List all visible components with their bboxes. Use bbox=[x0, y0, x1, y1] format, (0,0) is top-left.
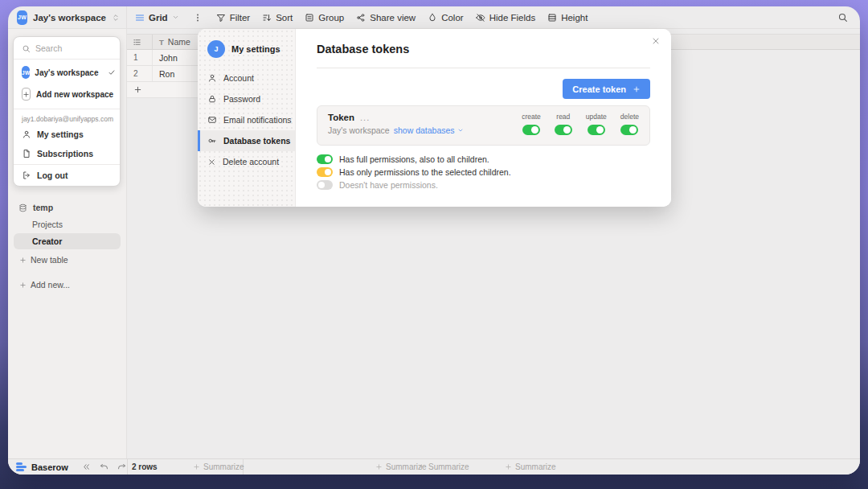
sidebar: JW Jay's workspace Add new workspace jay… bbox=[8, 29, 127, 458]
nav-label: Password bbox=[223, 94, 260, 104]
group-button[interactable]: Group bbox=[305, 13, 344, 23]
color-button[interactable]: Color bbox=[428, 13, 463, 23]
x-icon bbox=[207, 158, 216, 166]
nav-item-password[interactable]: Password bbox=[198, 88, 295, 109]
color-icon bbox=[428, 13, 437, 23]
share-view-button[interactable]: Share view bbox=[356, 13, 416, 23]
legend-text: Has full permissions, also to all childr… bbox=[339, 154, 489, 164]
add-workspace-label: Add new workspace bbox=[36, 90, 113, 99]
plus-icon bbox=[19, 257, 27, 264]
view-toolbar: Grid Filter Sort Group S bbox=[127, 13, 588, 23]
plus-icon bbox=[133, 85, 142, 94]
partial-permissions-toggle-icon bbox=[317, 167, 333, 177]
delete-toggle[interactable] bbox=[620, 125, 638, 135]
read-toggle[interactable] bbox=[555, 125, 572, 135]
view-name: Grid bbox=[149, 13, 168, 23]
divider bbox=[14, 109, 120, 109]
full-permissions-toggle-icon bbox=[317, 154, 333, 164]
nav-item-account[interactable]: Account bbox=[198, 68, 295, 88]
summarize-label: Summarize bbox=[515, 462, 556, 471]
share-icon bbox=[356, 13, 366, 23]
redo-icon[interactable] bbox=[117, 462, 126, 471]
workspace-search-input[interactable] bbox=[35, 43, 103, 53]
lock-icon bbox=[207, 94, 217, 104]
divider bbox=[14, 164, 120, 165]
plus-icon bbox=[375, 463, 383, 471]
workspace-search[interactable] bbox=[14, 38, 120, 60]
permissions-legend: Has full permissions, also to all childr… bbox=[317, 154, 511, 193]
permission-update: update bbox=[586, 113, 607, 138]
show-databases-link[interactable]: show databases bbox=[394, 125, 464, 135]
sidebar-item-database-temp[interactable]: temp bbox=[8, 199, 126, 216]
row-height-label: Height bbox=[561, 13, 588, 23]
mail-icon bbox=[207, 115, 217, 125]
hide-fields-label: Hide Fields bbox=[489, 13, 536, 23]
page-title: Database tokens bbox=[317, 43, 409, 55]
legend-text: Has only permissions to the selected chi… bbox=[339, 167, 511, 177]
summarize-button[interactable]: Summarize bbox=[418, 459, 469, 475]
settings-modal: J My settings Account Password Email not… bbox=[198, 29, 671, 207]
row-id-cell: 2 bbox=[127, 66, 153, 81]
permission-label: update bbox=[586, 113, 607, 121]
token-more-button[interactable]: ... bbox=[360, 113, 370, 122]
document-icon bbox=[22, 149, 31, 158]
topbar: JW Jay's workspace Grid Filter Sort bbox=[8, 6, 860, 29]
show-databases-label: show databases bbox=[394, 125, 455, 135]
subscriptions-item[interactable]: Subscriptions bbox=[14, 144, 120, 163]
user-avatar: J bbox=[207, 40, 225, 58]
workspace-item-name: Jay's workspace bbox=[35, 68, 98, 77]
view-selector[interactable]: Grid bbox=[135, 13, 179, 23]
collapse-sidebar-icon[interactable] bbox=[82, 462, 91, 471]
log-out-label: Log out bbox=[37, 171, 68, 180]
token-permissions: create read update delete bbox=[522, 113, 639, 138]
add-new-button[interactable]: Add new... bbox=[8, 277, 126, 293]
sidebar-item-table-creator[interactable]: Creator bbox=[14, 233, 121, 249]
plus-icon bbox=[19, 281, 27, 289]
filter-button[interactable]: Filter bbox=[216, 13, 251, 23]
sort-button[interactable]: Sort bbox=[262, 13, 293, 23]
add-workspace-button[interactable]: Add new workspace bbox=[14, 83, 120, 108]
legend-text: Doesn't have permissions. bbox=[339, 180, 438, 190]
create-toggle[interactable] bbox=[522, 125, 540, 135]
my-settings-label: My settings bbox=[37, 129, 84, 139]
token-info: Token ... Jay's workspace show databases bbox=[328, 113, 522, 138]
nav-item-delete-account[interactable]: Delete account bbox=[198, 151, 295, 172]
column-name: Name bbox=[168, 37, 190, 47]
row-id-header[interactable] bbox=[127, 35, 153, 49]
view-options-icon[interactable] bbox=[191, 13, 204, 23]
no-permissions-toggle-icon bbox=[317, 180, 333, 190]
text-field-type-icon: T bbox=[159, 38, 164, 47]
chevron-updown-icon bbox=[112, 14, 120, 22]
logout-icon bbox=[22, 171, 31, 180]
create-token-button[interactable]: Create token bbox=[563, 79, 650, 99]
sidebar-item-table-projects[interactable]: Projects bbox=[8, 217, 126, 232]
my-settings-item[interactable]: My settings bbox=[14, 125, 120, 144]
close-icon[interactable] bbox=[651, 36, 661, 46]
update-toggle[interactable] bbox=[588, 125, 605, 135]
new-table-button[interactable]: New table bbox=[8, 252, 126, 268]
nav-item-database-tokens[interactable]: Database tokens bbox=[198, 130, 295, 151]
search-icon[interactable] bbox=[837, 12, 848, 23]
divider bbox=[317, 68, 650, 68]
undo-icon[interactable] bbox=[100, 462, 108, 471]
row-id-cell: 1 bbox=[127, 50, 153, 65]
baserow-brand: Baserow bbox=[16, 459, 68, 475]
hide-fields-button[interactable]: Hide Fields bbox=[476, 13, 536, 23]
grid-view-icon bbox=[135, 13, 145, 23]
plus-icon bbox=[418, 463, 425, 471]
workspace-item[interactable]: JW Jay's workspace bbox=[14, 60, 120, 83]
legend-full: Has full permissions, also to all childr… bbox=[317, 154, 511, 164]
row-height-icon bbox=[547, 13, 557, 23]
summarize-button[interactable]: Summarize bbox=[193, 459, 244, 475]
workspace-selector[interactable]: JW Jay's workspace bbox=[8, 6, 127, 28]
workspace-dropdown: JW Jay's workspace Add new workspace jay… bbox=[13, 36, 121, 187]
token-workspace: Jay's workspace bbox=[328, 125, 390, 135]
summarize-button[interactable]: Summarize bbox=[505, 459, 556, 475]
workspace-avatar: JW bbox=[22, 66, 30, 79]
nav-item-email-notifications[interactable]: Email notifications bbox=[198, 109, 295, 130]
filter-label: Filter bbox=[230, 13, 251, 23]
create-token-label: Create token bbox=[572, 84, 626, 94]
row-height-button[interactable]: Height bbox=[547, 13, 588, 23]
log-out-item[interactable]: Log out bbox=[14, 166, 120, 185]
app-window: JW Jay's workspace Grid Filter Sort bbox=[8, 6, 860, 475]
